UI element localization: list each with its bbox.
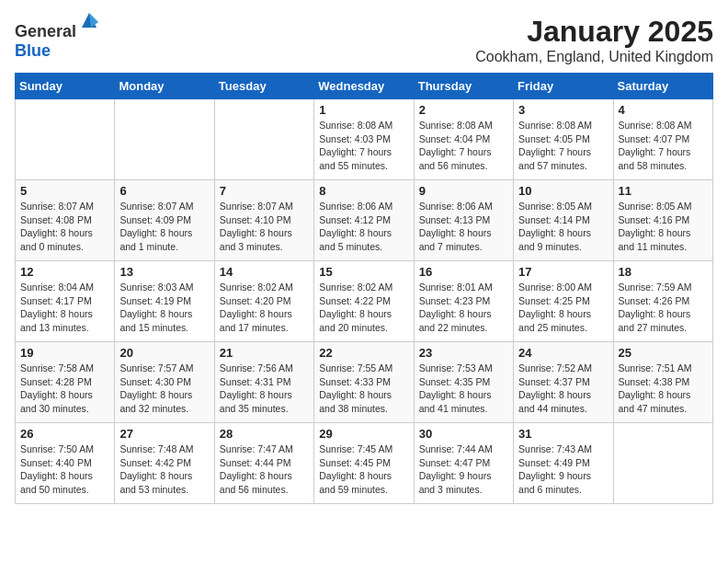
calendar-cell: 22Sunrise: 7:55 AM Sunset: 4:33 PM Dayli…: [314, 342, 414, 423]
calendar-cell: [115, 99, 214, 180]
calendar-cell: 13Sunrise: 8:03 AM Sunset: 4:19 PM Dayli…: [115, 261, 214, 342]
day-info: Sunrise: 8:06 AM Sunset: 4:12 PM Dayligh…: [319, 200, 408, 254]
calendar-cell: 27Sunrise: 7:48 AM Sunset: 4:42 PM Dayli…: [115, 423, 214, 504]
calendar-cell: 10Sunrise: 8:05 AM Sunset: 4:14 PM Dayli…: [514, 180, 613, 261]
calendar-cell: 29Sunrise: 7:45 AM Sunset: 4:45 PM Dayli…: [314, 423, 414, 504]
day-info: Sunrise: 7:59 AM Sunset: 4:26 PM Dayligh…: [619, 281, 708, 335]
day-info: Sunrise: 8:02 AM Sunset: 4:22 PM Dayligh…: [319, 281, 408, 335]
calendar-cell: 20Sunrise: 7:57 AM Sunset: 4:30 PM Dayli…: [115, 342, 214, 423]
day-number: 3: [518, 103, 608, 117]
calendar-cell: 12Sunrise: 8:04 AM Sunset: 4:17 PM Dayli…: [16, 261, 115, 342]
logo: General Blue: [15, 15, 100, 61]
calendar-cell: 31Sunrise: 7:43 AM Sunset: 4:49 PM Dayli…: [514, 423, 613, 504]
day-info: Sunrise: 8:08 AM Sunset: 4:07 PM Dayligh…: [619, 119, 708, 173]
week-row-5: 26Sunrise: 7:50 AM Sunset: 4:40 PM Dayli…: [16, 423, 713, 504]
location-title: Cookham, England, United Kingdom: [475, 49, 713, 65]
day-number: 5: [20, 184, 109, 198]
day-number: 1: [319, 103, 408, 117]
calendar-cell: [16, 99, 115, 180]
calendar-cell: 9Sunrise: 8:06 AM Sunset: 4:13 PM Daylig…: [414, 180, 513, 261]
calendar-cell: 15Sunrise: 8:02 AM Sunset: 4:22 PM Dayli…: [314, 261, 414, 342]
calendar-cell: 17Sunrise: 8:00 AM Sunset: 4:25 PM Dayli…: [514, 261, 613, 342]
day-number: 24: [518, 346, 608, 360]
day-number: 25: [619, 346, 708, 360]
calendar-cell: 16Sunrise: 8:01 AM Sunset: 4:23 PM Dayli…: [414, 261, 513, 342]
day-header-sunday: Sunday: [16, 74, 115, 99]
calendar-cell: 2Sunrise: 8:08 AM Sunset: 4:04 PM Daylig…: [414, 99, 513, 180]
logo-blue: Blue: [15, 41, 51, 60]
day-number: 26: [20, 427, 109, 441]
calendar-table: SundayMondayTuesdayWednesdayThursdayFrid…: [15, 73, 713, 504]
calendar-cell: 6Sunrise: 8:07 AM Sunset: 4:09 PM Daylig…: [115, 180, 214, 261]
day-number: 14: [220, 265, 309, 279]
calendar-cell: 7Sunrise: 8:07 AM Sunset: 4:10 PM Daylig…: [214, 180, 313, 261]
day-info: Sunrise: 7:55 AM Sunset: 4:33 PM Dayligh…: [319, 362, 408, 416]
calendar-cell: 19Sunrise: 7:58 AM Sunset: 4:28 PM Dayli…: [16, 342, 115, 423]
day-number: 4: [619, 103, 708, 117]
day-number: 23: [419, 346, 508, 360]
day-number: 21: [220, 346, 309, 360]
day-number: 22: [319, 346, 408, 360]
day-info: Sunrise: 8:06 AM Sunset: 4:13 PM Dayligh…: [419, 200, 508, 254]
day-number: 27: [119, 427, 209, 441]
calendar-cell: 5Sunrise: 8:07 AM Sunset: 4:08 PM Daylig…: [16, 180, 115, 261]
day-number: 6: [119, 184, 209, 198]
calendar-cell: 11Sunrise: 8:05 AM Sunset: 4:16 PM Dayli…: [613, 180, 712, 261]
calendar-cell: 21Sunrise: 7:56 AM Sunset: 4:31 PM Dayli…: [214, 342, 313, 423]
day-header-monday: Monday: [115, 74, 214, 99]
day-info: Sunrise: 7:52 AM Sunset: 4:37 PM Dayligh…: [518, 362, 608, 416]
day-number: 30: [419, 427, 508, 441]
day-info: Sunrise: 7:43 AM Sunset: 4:49 PM Dayligh…: [518, 442, 608, 497]
day-header-wednesday: Wednesday: [314, 74, 414, 99]
day-info: Sunrise: 7:51 AM Sunset: 4:38 PM Dayligh…: [619, 362, 708, 416]
day-info: Sunrise: 8:08 AM Sunset: 4:03 PM Dayligh…: [319, 119, 408, 173]
day-info: Sunrise: 8:02 AM Sunset: 4:20 PM Dayligh…: [220, 281, 309, 335]
day-number: 8: [319, 184, 408, 198]
day-number: 16: [419, 265, 508, 279]
day-header-thursday: Thursday: [414, 74, 513, 99]
day-info: Sunrise: 8:07 AM Sunset: 4:10 PM Dayligh…: [220, 200, 309, 254]
calendar-cell: 14Sunrise: 8:02 AM Sunset: 4:20 PM Dayli…: [214, 261, 313, 342]
calendar-cell: 23Sunrise: 7:53 AM Sunset: 4:35 PM Dayli…: [414, 342, 513, 423]
calendar-cell: [613, 423, 712, 504]
calendar-cell: 18Sunrise: 7:59 AM Sunset: 4:26 PM Dayli…: [613, 261, 712, 342]
day-number: 10: [518, 184, 608, 198]
calendar-cell: 28Sunrise: 7:47 AM Sunset: 4:44 PM Dayli…: [214, 423, 313, 504]
calendar-cell: 25Sunrise: 7:51 AM Sunset: 4:38 PM Dayli…: [613, 342, 712, 423]
day-number: 28: [220, 427, 309, 441]
day-info: Sunrise: 7:57 AM Sunset: 4:30 PM Dayligh…: [119, 362, 209, 416]
title-area: January 2025 Cookham, England, United Ki…: [475, 15, 713, 65]
day-number: 29: [319, 427, 408, 441]
day-header-saturday: Saturday: [613, 74, 712, 99]
day-info: Sunrise: 7:56 AM Sunset: 4:31 PM Dayligh…: [220, 362, 309, 416]
week-row-1: 1Sunrise: 8:08 AM Sunset: 4:03 PM Daylig…: [16, 99, 713, 180]
day-number: 17: [518, 265, 608, 279]
logo-icon: [78, 11, 100, 33]
day-info: Sunrise: 7:45 AM Sunset: 4:45 PM Dayligh…: [319, 442, 408, 497]
calendar-cell: 26Sunrise: 7:50 AM Sunset: 4:40 PM Dayli…: [16, 423, 115, 504]
day-number: 15: [319, 265, 408, 279]
day-number: 12: [20, 265, 109, 279]
calendar-cell: 3Sunrise: 8:08 AM Sunset: 4:05 PM Daylig…: [514, 99, 613, 180]
day-info: Sunrise: 7:47 AM Sunset: 4:44 PM Dayligh…: [220, 442, 309, 497]
week-row-4: 19Sunrise: 7:58 AM Sunset: 4:28 PM Dayli…: [16, 342, 713, 423]
logo-text: General Blue: [15, 15, 100, 61]
day-header-friday: Friday: [514, 74, 613, 99]
day-number: 9: [419, 184, 508, 198]
day-info: Sunrise: 8:01 AM Sunset: 4:23 PM Dayligh…: [419, 281, 508, 335]
day-info: Sunrise: 7:53 AM Sunset: 4:35 PM Dayligh…: [419, 362, 508, 416]
day-info: Sunrise: 8:07 AM Sunset: 4:09 PM Dayligh…: [119, 200, 209, 254]
day-info: Sunrise: 8:08 AM Sunset: 4:04 PM Dayligh…: [419, 119, 508, 173]
calendar-cell: [214, 99, 313, 180]
calendar-cell: 24Sunrise: 7:52 AM Sunset: 4:37 PM Dayli…: [514, 342, 613, 423]
logo-general: General: [15, 22, 76, 40]
day-number: 18: [619, 265, 708, 279]
day-info: Sunrise: 8:05 AM Sunset: 4:16 PM Dayligh…: [619, 200, 708, 254]
week-row-3: 12Sunrise: 8:04 AM Sunset: 4:17 PM Dayli…: [16, 261, 713, 342]
day-number: 13: [119, 265, 209, 279]
month-title: January 2025: [475, 15, 713, 49]
day-number: 31: [518, 427, 608, 441]
day-info: Sunrise: 7:50 AM Sunset: 4:40 PM Dayligh…: [20, 442, 109, 497]
day-number: 20: [119, 346, 209, 360]
day-info: Sunrise: 8:07 AM Sunset: 4:08 PM Dayligh…: [20, 200, 109, 254]
